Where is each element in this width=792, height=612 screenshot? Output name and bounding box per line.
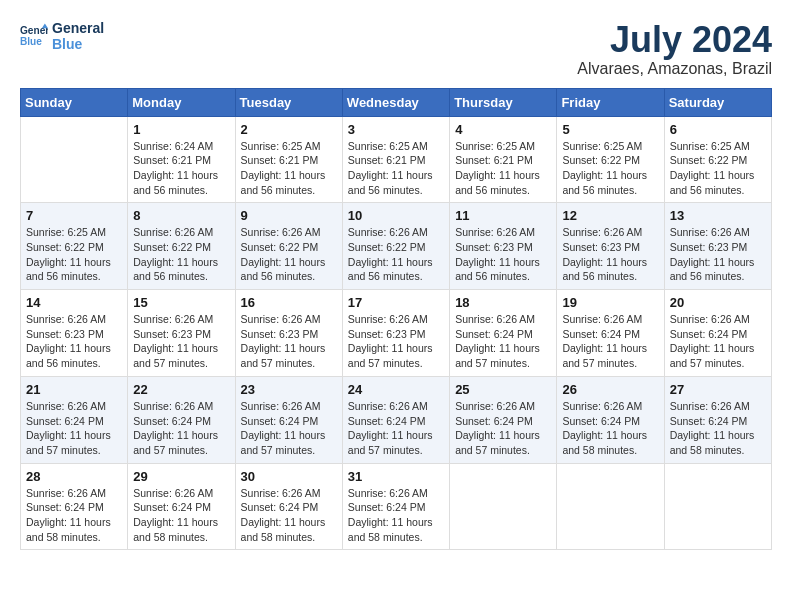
- calendar-cell: 19Sunrise: 6:26 AM Sunset: 6:24 PM Dayli…: [557, 290, 664, 377]
- day-number: 7: [26, 208, 122, 223]
- calendar-cell: 27Sunrise: 6:26 AM Sunset: 6:24 PM Dayli…: [664, 376, 771, 463]
- col-saturday: Saturday: [664, 88, 771, 116]
- calendar-cell: 5Sunrise: 6:25 AM Sunset: 6:22 PM Daylig…: [557, 116, 664, 203]
- title-block: July 2024 Alvaraes, Amazonas, Brazil: [577, 20, 772, 78]
- col-tuesday: Tuesday: [235, 88, 342, 116]
- header-row: Sunday Monday Tuesday Wednesday Thursday…: [21, 88, 772, 116]
- day-info: Sunrise: 6:26 AM Sunset: 6:24 PM Dayligh…: [562, 399, 658, 458]
- calendar-cell: 7Sunrise: 6:25 AM Sunset: 6:22 PM Daylig…: [21, 203, 128, 290]
- day-info: Sunrise: 6:26 AM Sunset: 6:23 PM Dayligh…: [670, 225, 766, 284]
- calendar-cell: 14Sunrise: 6:26 AM Sunset: 6:23 PM Dayli…: [21, 290, 128, 377]
- day-number: 31: [348, 469, 444, 484]
- day-number: 30: [241, 469, 337, 484]
- day-number: 12: [562, 208, 658, 223]
- day-info: Sunrise: 6:25 AM Sunset: 6:22 PM Dayligh…: [562, 139, 658, 198]
- day-number: 28: [26, 469, 122, 484]
- calendar-cell: 1Sunrise: 6:24 AM Sunset: 6:21 PM Daylig…: [128, 116, 235, 203]
- day-number: 9: [241, 208, 337, 223]
- day-info: Sunrise: 6:26 AM Sunset: 6:23 PM Dayligh…: [26, 312, 122, 371]
- calendar-cell: 17Sunrise: 6:26 AM Sunset: 6:23 PM Dayli…: [342, 290, 449, 377]
- calendar-cell: 23Sunrise: 6:26 AM Sunset: 6:24 PM Dayli…: [235, 376, 342, 463]
- calendar-cell: 10Sunrise: 6:26 AM Sunset: 6:22 PM Dayli…: [342, 203, 449, 290]
- calendar-cell: 26Sunrise: 6:26 AM Sunset: 6:24 PM Dayli…: [557, 376, 664, 463]
- day-number: 3: [348, 122, 444, 137]
- calendar-cell: 2Sunrise: 6:25 AM Sunset: 6:21 PM Daylig…: [235, 116, 342, 203]
- calendar-row: 21Sunrise: 6:26 AM Sunset: 6:24 PM Dayli…: [21, 376, 772, 463]
- logo: General Blue General Blue: [20, 20, 104, 52]
- calendar-cell: 6Sunrise: 6:25 AM Sunset: 6:22 PM Daylig…: [664, 116, 771, 203]
- calendar-cell: 29Sunrise: 6:26 AM Sunset: 6:24 PM Dayli…: [128, 463, 235, 550]
- calendar-cell: 20Sunrise: 6:26 AM Sunset: 6:24 PM Dayli…: [664, 290, 771, 377]
- day-number: 6: [670, 122, 766, 137]
- calendar-cell: 25Sunrise: 6:26 AM Sunset: 6:24 PM Dayli…: [450, 376, 557, 463]
- calendar-cell: 31Sunrise: 6:26 AM Sunset: 6:24 PM Dayli…: [342, 463, 449, 550]
- day-info: Sunrise: 6:26 AM Sunset: 6:24 PM Dayligh…: [670, 312, 766, 371]
- calendar-row: 28Sunrise: 6:26 AM Sunset: 6:24 PM Dayli…: [21, 463, 772, 550]
- calendar-cell: 4Sunrise: 6:25 AM Sunset: 6:21 PM Daylig…: [450, 116, 557, 203]
- day-info: Sunrise: 6:26 AM Sunset: 6:23 PM Dayligh…: [455, 225, 551, 284]
- day-number: 19: [562, 295, 658, 310]
- col-monday: Monday: [128, 88, 235, 116]
- day-number: 13: [670, 208, 766, 223]
- calendar-row: 1Sunrise: 6:24 AM Sunset: 6:21 PM Daylig…: [21, 116, 772, 203]
- calendar-cell: 24Sunrise: 6:26 AM Sunset: 6:24 PM Dayli…: [342, 376, 449, 463]
- day-info: Sunrise: 6:25 AM Sunset: 6:22 PM Dayligh…: [26, 225, 122, 284]
- day-info: Sunrise: 6:26 AM Sunset: 6:22 PM Dayligh…: [241, 225, 337, 284]
- day-info: Sunrise: 6:25 AM Sunset: 6:22 PM Dayligh…: [670, 139, 766, 198]
- calendar-row: 7Sunrise: 6:25 AM Sunset: 6:22 PM Daylig…: [21, 203, 772, 290]
- day-number: 2: [241, 122, 337, 137]
- day-number: 27: [670, 382, 766, 397]
- page-header: General Blue General Blue July 2024 Alva…: [20, 20, 772, 78]
- day-info: Sunrise: 6:26 AM Sunset: 6:24 PM Dayligh…: [348, 486, 444, 545]
- day-number: 22: [133, 382, 229, 397]
- col-sunday: Sunday: [21, 88, 128, 116]
- day-number: 14: [26, 295, 122, 310]
- col-friday: Friday: [557, 88, 664, 116]
- day-number: 8: [133, 208, 229, 223]
- day-info: Sunrise: 6:26 AM Sunset: 6:23 PM Dayligh…: [562, 225, 658, 284]
- day-info: Sunrise: 6:26 AM Sunset: 6:24 PM Dayligh…: [133, 486, 229, 545]
- day-info: Sunrise: 6:26 AM Sunset: 6:23 PM Dayligh…: [133, 312, 229, 371]
- location-title: Alvaraes, Amazonas, Brazil: [577, 60, 772, 78]
- day-number: 4: [455, 122, 551, 137]
- calendar-cell: 28Sunrise: 6:26 AM Sunset: 6:24 PM Dayli…: [21, 463, 128, 550]
- calendar-cell: 30Sunrise: 6:26 AM Sunset: 6:24 PM Dayli…: [235, 463, 342, 550]
- svg-text:Blue: Blue: [20, 36, 42, 47]
- day-number: 5: [562, 122, 658, 137]
- day-number: 18: [455, 295, 551, 310]
- day-number: 29: [133, 469, 229, 484]
- day-number: 26: [562, 382, 658, 397]
- calendar-cell: 11Sunrise: 6:26 AM Sunset: 6:23 PM Dayli…: [450, 203, 557, 290]
- calendar-cell: 22Sunrise: 6:26 AM Sunset: 6:24 PM Dayli…: [128, 376, 235, 463]
- day-info: Sunrise: 6:25 AM Sunset: 6:21 PM Dayligh…: [241, 139, 337, 198]
- day-info: Sunrise: 6:26 AM Sunset: 6:24 PM Dayligh…: [562, 312, 658, 371]
- day-info: Sunrise: 6:26 AM Sunset: 6:24 PM Dayligh…: [455, 399, 551, 458]
- day-info: Sunrise: 6:26 AM Sunset: 6:24 PM Dayligh…: [348, 399, 444, 458]
- day-info: Sunrise: 6:26 AM Sunset: 6:23 PM Dayligh…: [348, 312, 444, 371]
- day-number: 24: [348, 382, 444, 397]
- calendar-cell: 8Sunrise: 6:26 AM Sunset: 6:22 PM Daylig…: [128, 203, 235, 290]
- calendar-cell: 3Sunrise: 6:25 AM Sunset: 6:21 PM Daylig…: [342, 116, 449, 203]
- calendar-cell: 13Sunrise: 6:26 AM Sunset: 6:23 PM Dayli…: [664, 203, 771, 290]
- day-info: Sunrise: 6:26 AM Sunset: 6:22 PM Dayligh…: [348, 225, 444, 284]
- calendar-cell: 9Sunrise: 6:26 AM Sunset: 6:22 PM Daylig…: [235, 203, 342, 290]
- calendar-row: 14Sunrise: 6:26 AM Sunset: 6:23 PM Dayli…: [21, 290, 772, 377]
- day-number: 23: [241, 382, 337, 397]
- day-info: Sunrise: 6:26 AM Sunset: 6:24 PM Dayligh…: [241, 486, 337, 545]
- day-info: Sunrise: 6:26 AM Sunset: 6:24 PM Dayligh…: [26, 399, 122, 458]
- calendar-cell: [557, 463, 664, 550]
- day-number: 25: [455, 382, 551, 397]
- calendar-cell: 18Sunrise: 6:26 AM Sunset: 6:24 PM Dayli…: [450, 290, 557, 377]
- day-info: Sunrise: 6:26 AM Sunset: 6:23 PM Dayligh…: [241, 312, 337, 371]
- day-info: Sunrise: 6:24 AM Sunset: 6:21 PM Dayligh…: [133, 139, 229, 198]
- day-number: 21: [26, 382, 122, 397]
- day-info: Sunrise: 6:26 AM Sunset: 6:24 PM Dayligh…: [26, 486, 122, 545]
- day-number: 11: [455, 208, 551, 223]
- calendar-table: Sunday Monday Tuesday Wednesday Thursday…: [20, 88, 772, 551]
- calendar-cell: [21, 116, 128, 203]
- day-number: 15: [133, 295, 229, 310]
- day-info: Sunrise: 6:26 AM Sunset: 6:24 PM Dayligh…: [455, 312, 551, 371]
- month-title: July 2024: [577, 20, 772, 60]
- logo-icon: General Blue: [20, 22, 48, 50]
- day-number: 16: [241, 295, 337, 310]
